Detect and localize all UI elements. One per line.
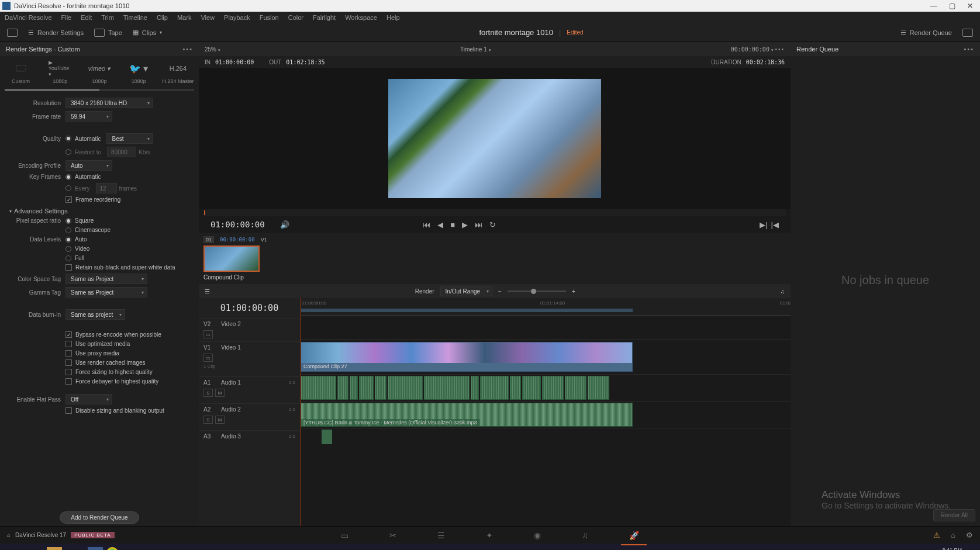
go-start-button[interactable]: |◀ [771, 220, 779, 229]
audio-clip-a2[interactable]: [YTHUB.CC] Rarin & Tommy Ice - Mercedes … [301, 403, 633, 427]
zoom-value[interactable]: 25% [205, 46, 216, 53]
render-queue-button[interactable]: ☰ Render Queue [900, 29, 952, 36]
gamma-dropdown[interactable]: Same as Project [65, 287, 147, 298]
menu-item[interactable]: Edit [81, 14, 92, 21]
fusion-page-tab[interactable]: ✦ [486, 531, 493, 540]
dl-auto-radio[interactable] [65, 237, 71, 243]
par-cinema-radio[interactable] [65, 227, 71, 233]
menu-item[interactable]: Trim [101, 14, 114, 21]
panel-menu-icon[interactable]: ••• [964, 46, 974, 53]
track-a2[interactable]: [YTHUB.CC] Rarin & Tommy Ice - Mercedes … [301, 401, 791, 428]
tape-button[interactable]: Tape [94, 29, 122, 37]
close-icon[interactable]: ✕ [967, 2, 973, 10]
menu-item[interactable]: DaVinci Resolve [5, 14, 52, 21]
flatpass-dropdown[interactable]: Off [65, 394, 112, 404]
track-header-v1[interactable]: V1Video 1 ▭ 1 Clip [199, 341, 300, 376]
track-v2[interactable] [301, 316, 791, 339]
disablesize-checkbox[interactable] [65, 407, 72, 414]
start-button[interactable]: ⊞ [2, 546, 21, 551]
retain-checkbox[interactable] [65, 264, 72, 271]
menu-item[interactable]: Mark [177, 14, 191, 21]
settings-icon[interactable]: ⚙ [966, 531, 973, 539]
bypass-checkbox[interactable] [65, 331, 72, 338]
quality-restrict-radio[interactable] [65, 149, 71, 155]
resolution-dropdown[interactable]: 3840 x 2160 Ultra HD [65, 98, 153, 108]
mute-button[interactable]: M [215, 389, 225, 397]
frame-reorder-checkbox[interactable] [65, 196, 72, 203]
track-header-a2[interactable]: A2Audio 22.0 SM [199, 403, 300, 430]
track-a3[interactable] [301, 428, 791, 445]
menu-item[interactable]: Timeline [123, 14, 147, 21]
file-explorer-icon[interactable] [47, 547, 62, 551]
maximize-icon[interactable]: ▢ [949, 2, 955, 10]
menu-item[interactable]: Clip [157, 14, 168, 21]
transport-timecode[interactable]: 01:00:00:00 [211, 220, 265, 229]
audio-clips-a1[interactable] [301, 376, 609, 400]
colorspace-dropdown[interactable]: Same as Project [65, 274, 147, 284]
track-header-v2[interactable]: V2Video 2 ▭ [199, 318, 300, 341]
bitrate-input[interactable] [107, 147, 136, 157]
fairlight-page-tab[interactable]: ♫ [582, 531, 588, 540]
deliver-page-tab[interactable]: 🚀 [629, 531, 639, 540]
in-out-range[interactable] [301, 309, 633, 312]
video-clip[interactable]: Compound Clip 27 [301, 342, 633, 372]
track-a1[interactable] [301, 374, 791, 401]
menu-item[interactable]: Fairlight [313, 14, 336, 21]
timeline-timecode[interactable]: 01:00:00:00 [199, 298, 300, 318]
home-icon[interactable]: ⌂ [951, 531, 955, 539]
render-settings-button[interactable]: ☰ Render Settings [28, 29, 84, 36]
optmedia-checkbox[interactable] [65, 341, 72, 347]
track-header-a3[interactable]: A3Audio 32.0 [199, 430, 300, 448]
minimize-icon[interactable]: — [930, 2, 937, 10]
preset-twitter[interactable]: 🐦 ▾1080p [122, 61, 156, 84]
taskbar-app[interactable]: ◆ [65, 546, 84, 551]
render-all-button[interactable]: Render All [933, 509, 975, 521]
color-page-tab[interactable]: ◉ [534, 531, 541, 540]
viewer-menu-icon[interactable]: ••• [775, 46, 785, 53]
zoom-slider[interactable] [508, 290, 566, 292]
keyframes-every-radio[interactable] [65, 185, 71, 191]
menu-item[interactable]: Help [387, 14, 400, 21]
stop-button[interactable]: ■ [450, 220, 455, 229]
preset-h264[interactable]: H.264H.264 Master [161, 61, 195, 84]
taskbar-app[interactable]: ● [144, 546, 163, 551]
volume-icon[interactable]: 🔊 [280, 220, 289, 229]
audio-clip-a3[interactable] [322, 430, 332, 444]
dl-video-radio[interactable] [65, 246, 71, 252]
encprofile-dropdown[interactable]: Auto [65, 160, 112, 171]
menu-item[interactable]: Color [288, 14, 303, 21]
play-button[interactable]: ▶ [462, 220, 468, 229]
chevron-down-icon[interactable]: ▾ [218, 48, 220, 52]
scrub-bar[interactable] [203, 209, 786, 216]
advanced-settings-section[interactable]: Advanced Settings [9, 207, 193, 215]
taskbar-app[interactable]: ◆ [122, 546, 140, 551]
cached-checkbox[interactable] [65, 359, 72, 366]
viewer-timecode[interactable]: 00:00:00:00 [731, 46, 769, 53]
burnin-dropdown[interactable]: Same as project [65, 309, 125, 320]
first-frame-button[interactable]: ⏮ [423, 220, 430, 229]
task-view-button[interactable]: ▢ [25, 546, 43, 551]
audio-icon[interactable]: ♫ [781, 288, 785, 295]
warning-icon[interactable]: ⚠ [933, 531, 940, 539]
edit-page-tab[interactable]: ☰ [437, 531, 445, 540]
preset-youtube[interactable]: ▶ YouTube ▾1080p [43, 61, 77, 84]
timeline-ruler[interactable]: 01:00:00:00 01:01:14:00 01:02:29:00 [301, 298, 791, 316]
proxy-checkbox[interactable] [65, 350, 72, 357]
taskbar-app[interactable]: 〰 [166, 546, 185, 551]
track-v1[interactable]: Compound Clip 27 [301, 339, 791, 374]
go-end-button[interactable]: ▶| [760, 220, 767, 229]
taskbar-resolve[interactable] [88, 547, 103, 551]
solo-button[interactable]: S [203, 389, 213, 397]
framerate-dropdown[interactable]: 59.94 [65, 111, 112, 122]
zoom-out-icon[interactable]: − [498, 288, 502, 295]
clips-button[interactable]: ▦ Clips ▾ [133, 29, 162, 36]
par-square-radio[interactable] [65, 218, 71, 224]
display-toggle[interactable] [7, 29, 18, 37]
loop-button[interactable]: ↻ [489, 220, 496, 229]
forcedebayer-checkbox[interactable] [65, 378, 72, 385]
preset-vimeo[interactable]: vimeo ▾1080p [82, 61, 116, 84]
dl-full-radio[interactable] [65, 255, 71, 261]
media-page-tab[interactable]: ▭ [341, 531, 348, 540]
video-viewer[interactable] [199, 68, 791, 209]
timeline-name[interactable]: Timeline 1 [460, 46, 487, 53]
